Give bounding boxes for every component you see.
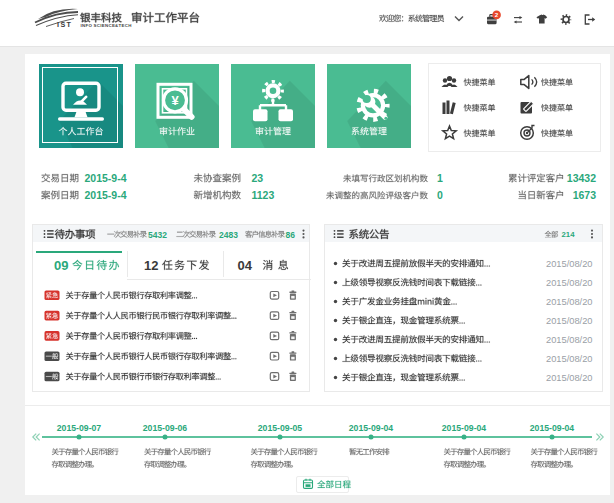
svg-text:2015/08/20: 2015/08/20 <box>546 259 593 269</box>
svg-text:1123: 1123 <box>252 189 275 201</box>
svg-text:2015/08/20: 2015/08/20 <box>546 354 593 364</box>
svg-text:23: 23 <box>252 172 264 184</box>
svg-text:1: 1 <box>437 172 443 184</box>
svg-text:2015-9-4: 2015-9-4 <box>85 172 127 184</box>
svg-text:12: 12 <box>144 258 158 273</box>
svg-text:2015/08/20: 2015/08/20 <box>546 297 593 307</box>
svg-text:2015-09-05: 2015-09-05 <box>258 423 303 433</box>
svg-text:2015/08/20: 2015/08/20 <box>546 373 593 383</box>
svg-text:2015-09-04: 2015-09-04 <box>442 423 487 433</box>
svg-text:2015/08/20: 2015/08/20 <box>546 316 593 326</box>
svg-text:214: 214 <box>562 230 576 239</box>
svg-text:2015-09-07: 2015-09-07 <box>57 423 102 433</box>
svg-text:2015-09-04: 2015-09-04 <box>349 423 394 433</box>
svg-text:04: 04 <box>238 258 253 273</box>
svg-text:86: 86 <box>286 230 296 240</box>
svg-text:13432: 13432 <box>567 172 596 184</box>
svg-text:¥: ¥ <box>171 93 179 108</box>
svg-text:2015-09-04: 2015-09-04 <box>530 423 575 433</box>
svg-text:09: 09 <box>54 258 68 273</box>
svg-text:2015-9-4: 2015-9-4 <box>85 189 127 201</box>
svg-text:0: 0 <box>437 189 443 201</box>
svg-text:2015/08/20: 2015/08/20 <box>546 335 593 345</box>
svg-text:INFO SCIENCE&TECH: INFO SCIENCE&TECH <box>81 23 132 28</box>
svg-text:5432: 5432 <box>148 230 167 240</box>
svg-text:2015/08/20: 2015/08/20 <box>546 278 593 288</box>
svg-text:2015-09-06: 2015-09-06 <box>143 423 188 433</box>
svg-text:2483: 2483 <box>219 230 238 240</box>
svg-text:2: 2 <box>495 11 499 18</box>
svg-text:IST: IST <box>57 20 72 29</box>
svg-text:1673: 1673 <box>573 189 597 201</box>
